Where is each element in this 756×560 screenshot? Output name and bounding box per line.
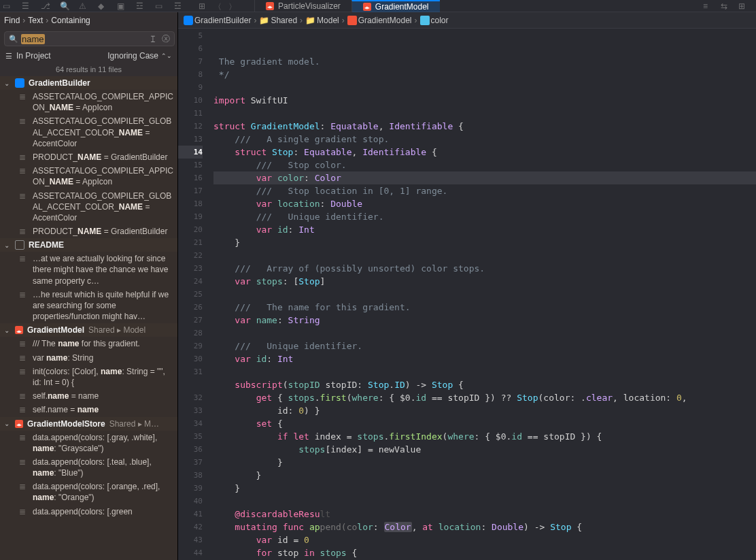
- search-result-item[interactable]: ≣data.append(colors: [.gray, .white], na…: [0, 431, 177, 455]
- nav-back-icon[interactable]: ☰: [22, 1, 31, 11]
- warning-icon[interactable]: ⚠: [79, 1, 88, 11]
- line-number[interactable]: 33: [178, 404, 203, 417]
- source-control-icon[interactable]: ⎇: [41, 1, 50, 11]
- code-content[interactable]: The gradient model. */ import SwiftUI st…: [209, 29, 756, 560]
- code-line[interactable]: import SwiftUI: [213, 94, 756, 107]
- tab-particle-visualizer[interactable]: ParticleVisualizer: [254, 0, 351, 12]
- jumpbar-symbol[interactable]: color: [431, 16, 449, 25]
- line-number[interactable]: 8: [178, 68, 203, 81]
- line-number[interactable]: 12: [178, 120, 203, 133]
- disclosure-chevron-icon[interactable]: ⌄: [4, 327, 11, 334]
- code-line[interactable]: [213, 365, 756, 378]
- result-group-header[interactable]: ⌄GradientModel Shared ▸ Model: [0, 323, 177, 337]
- code-line[interactable]: var color: Color: [213, 171, 756, 184]
- code-line[interactable]: struct Stop: Equatable, Identifiable {: [213, 146, 756, 159]
- line-number[interactable]: 39: [178, 482, 203, 495]
- line-number[interactable]: 15: [178, 159, 203, 171]
- debug-icon[interactable]: ▣: [117, 1, 126, 11]
- code-line[interactable]: }: [213, 469, 756, 482]
- line-number[interactable]: 9: [178, 81, 203, 94]
- line-number[interactable]: 10: [178, 94, 203, 107]
- code-line[interactable]: stops[index] = newValue: [213, 443, 756, 456]
- line-number[interactable]: 14: [178, 146, 203, 159]
- jumpbar-folder1[interactable]: Shared: [271, 16, 297, 25]
- code-line[interactable]: set {: [213, 417, 756, 430]
- code-line[interactable]: var id: Int: [213, 352, 756, 365]
- line-number[interactable]: 23: [178, 262, 203, 275]
- line-number[interactable]: 7: [178, 55, 203, 68]
- code-line[interactable]: struct GradientModel: Equatable, Identif…: [213, 120, 756, 133]
- line-number[interactable]: 28: [178, 327, 203, 340]
- line-number[interactable]: 25: [178, 288, 203, 301]
- code-line[interactable]: }: [213, 456, 756, 469]
- line-number[interactable]: 27: [178, 314, 203, 327]
- line-number-gutter[interactable]: 5678910111213141516171819202122232425262…: [178, 29, 209, 560]
- line-number[interactable]: 24: [178, 275, 203, 288]
- search-input-box[interactable]: 🔍 name 𝙸 ⓧ: [4, 31, 175, 46]
- search-result-item[interactable]: ≣ASSETCATALOG_COMPILER_APPICON_NAME = Ap…: [0, 164, 177, 188]
- disclosure-chevron-icon[interactable]: ⌄: [4, 80, 11, 87]
- search-result-item[interactable]: ≣…he result which is quite helpful if we…: [0, 288, 177, 324]
- code-line[interactable]: [213, 249, 756, 262]
- search-result-item[interactable]: ≣var name: String: [0, 351, 177, 365]
- line-number[interactable]: 37: [178, 456, 203, 469]
- line-number[interactable]: 6: [178, 42, 203, 55]
- line-number[interactable]: 30: [178, 352, 203, 365]
- search-result-item[interactable]: ≣self.name = name: [0, 403, 177, 416]
- clear-search-icon[interactable]: ⓧ: [162, 33, 170, 45]
- search-result-item[interactable]: ≣init(colors: [Color], name: String = ""…: [0, 365, 177, 389]
- disclosure-chevron-icon[interactable]: ⌄: [4, 420, 11, 427]
- line-number[interactable]: 11: [178, 107, 203, 120]
- line-number[interactable]: 36: [178, 443, 203, 456]
- code-line[interactable]: [213, 288, 756, 301]
- line-number[interactable]: [178, 378, 203, 391]
- code-line[interactable]: /// Unique identifier.: [213, 340, 756, 352]
- canvas-icon[interactable]: ≡: [703, 1, 712, 11]
- code-line[interactable]: var id = 0: [213, 533, 756, 546]
- line-number[interactable]: 43: [178, 533, 203, 546]
- reports-icon[interactable]: ☲: [174, 1, 184, 11]
- result-group-header[interactable]: ⌄GradientBuilder: [0, 76, 177, 90]
- code-line[interactable]: The gradient model.: [213, 55, 756, 68]
- search-result-item[interactable]: ≣data.append(colors: [.orange, .red], na…: [0, 480, 177, 504]
- line-number[interactable]: 18: [178, 197, 203, 210]
- code-line[interactable]: var location: Double: [213, 197, 756, 210]
- code-line[interactable]: [213, 495, 756, 508]
- code-line[interactable]: [213, 107, 756, 120]
- tab-gradient-model[interactable]: GradientModel: [351, 0, 440, 12]
- line-number[interactable]: 31: [178, 365, 203, 378]
- search-input[interactable]: [48, 34, 150, 44]
- scope-find[interactable]: Find: [4, 16, 20, 25]
- code-line[interactable]: /// Stop location in [0, 1] range.: [213, 184, 756, 197]
- line-number[interactable]: 38: [178, 469, 203, 482]
- search-results[interactable]: ⌄GradientBuilder≣ASSETCATALOG_COMPILER_A…: [0, 76, 177, 560]
- search-result-item[interactable]: ≣…at we are actually looking for since t…: [0, 252, 177, 288]
- code-line[interactable]: var id: Int: [213, 223, 756, 236]
- search-result-item[interactable]: ≣ASSETCATALOG_COMPILER_GLOBAL_ACCENT_COL…: [0, 114, 177, 150]
- code-line[interactable]: var stops: [Stop]: [213, 275, 756, 288]
- code-line[interactable]: [213, 327, 756, 340]
- code-line[interactable]: */: [213, 68, 756, 81]
- back-icon[interactable]: 〈: [213, 1, 223, 11]
- line-number[interactable]: 26: [178, 301, 203, 314]
- line-number[interactable]: 41: [178, 508, 203, 521]
- jumpbar-folder2[interactable]: Model: [317, 16, 339, 25]
- code-line[interactable]: [213, 81, 756, 94]
- line-number[interactable]: 5: [178, 29, 203, 42]
- search-result-item[interactable]: ≣ASSETCATALOG_COMPILER_GLOBAL_ACCENT_COL…: [0, 189, 177, 225]
- search-result-item[interactable]: ≣self.name = name: [0, 389, 177, 403]
- add-editor-icon[interactable]: ⊞: [738, 1, 748, 11]
- line-number[interactable]: 20: [178, 223, 203, 236]
- related-items-icon[interactable]: ⊞: [199, 1, 208, 11]
- code-line[interactable]: id: 0) }: [213, 404, 756, 417]
- code-line[interactable]: /// The name for this gradient.: [213, 301, 756, 314]
- bookmarks-icon[interactable]: ☲: [136, 1, 145, 11]
- code-line[interactable]: var name: String: [213, 314, 756, 327]
- scope-containing[interactable]: Containing: [51, 16, 90, 25]
- line-number[interactable]: 32: [178, 391, 203, 404]
- line-number[interactable]: 34: [178, 417, 203, 430]
- result-group-header[interactable]: ⌄GradientModelStore Shared ▸ M…: [0, 417, 177, 431]
- code-line[interactable]: get { stops.first(where: { $0.id == stop…: [213, 391, 756, 404]
- search-result-item[interactable]: ≣ASSETCATALOG_COMPILER_APPICON_NAME = Ap…: [0, 90, 177, 114]
- search-result-item[interactable]: ≣data.append(colors: [.teal, .blue], nam…: [0, 455, 177, 480]
